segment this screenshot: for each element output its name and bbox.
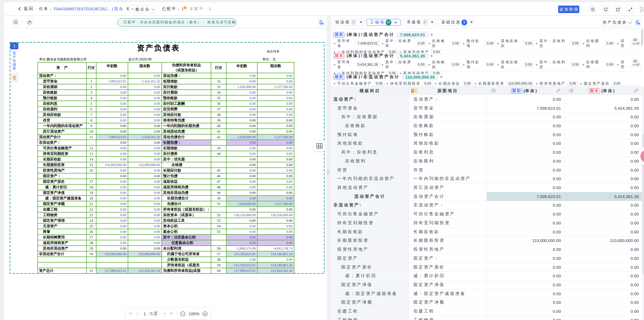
svg-text:A: A (641, 8, 643, 11)
